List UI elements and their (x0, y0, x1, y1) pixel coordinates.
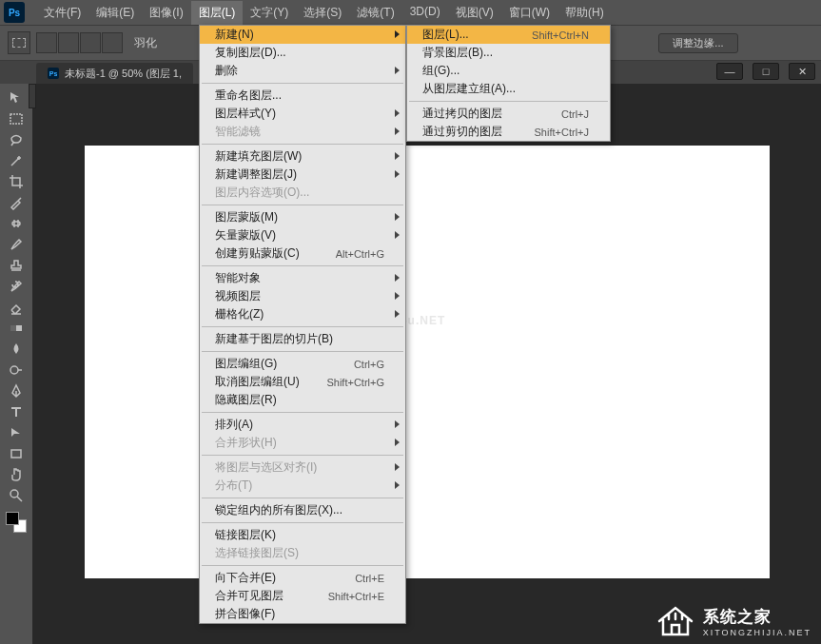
menu-separator (202, 455, 403, 456)
stamp-tool-icon[interactable] (4, 255, 29, 276)
menu-item-3[interactable]: 从图层建立组(A)... (407, 80, 610, 98)
menu-item-5[interactable]: 通过拷贝的图层Ctrl+J (407, 105, 610, 123)
brush-tool-icon[interactable] (4, 234, 29, 255)
menu-1[interactable]: 编辑(E) (88, 1, 142, 25)
menu-item-23[interactable]: 取消图层编组(U)Shift+Ctrl+G (200, 373, 405, 391)
menu-item-1[interactable]: 复制图层(D)... (200, 44, 405, 62)
move-tool-icon[interactable] (4, 88, 29, 108)
maximize-button[interactable]: □ (753, 63, 779, 80)
menu-4[interactable]: 文字(Y) (243, 1, 296, 25)
submenu-arrow-icon (395, 231, 400, 239)
menu-9[interactable]: 窗口(W) (501, 1, 557, 25)
menu-item-39[interactable]: 拼合图像(F) (200, 605, 405, 623)
menu-separator (409, 101, 608, 102)
menu-shortcut: Shift+Ctrl+N (532, 29, 589, 41)
close-button[interactable]: ✕ (789, 63, 815, 80)
submenu-arrow-icon (395, 310, 400, 318)
menu-item-34[interactable]: 链接图层(K) (200, 526, 405, 544)
menu-item-9[interactable]: 新建调整图层(J) (200, 166, 405, 184)
selection-new-icon[interactable] (36, 32, 57, 53)
color-swatch[interactable] (6, 512, 27, 533)
menu-item-label: 链接图层(K) (215, 527, 276, 543)
menu-item-37[interactable]: 向下合并(E)Ctrl+E (200, 569, 405, 587)
menu-item-2[interactable]: 组(G)... (407, 62, 610, 80)
blur-tool-icon[interactable] (4, 339, 29, 360)
menu-3[interactable]: 图层(L) (191, 1, 244, 25)
menu-item-label: 组(G)... (422, 63, 459, 79)
menu-item-22[interactable]: 图层编组(G)Ctrl+G (200, 355, 405, 373)
menu-6[interactable]: 滤镜(T) (349, 1, 401, 25)
menu-shortcut: Ctrl+E (355, 573, 384, 584)
watermark-brand: 系统之家 (703, 606, 811, 628)
menu-item-4[interactable]: 重命名图层... (200, 87, 405, 105)
menu-item-27: 合并形状(H) (200, 434, 405, 452)
menu-8[interactable]: 视图(V) (448, 1, 501, 25)
hand-tool-icon[interactable] (4, 464, 29, 485)
menu-item-14[interactable]: 创建剪贴蒙版(C)Alt+Ctrl+G (200, 244, 405, 263)
menu-item-0[interactable]: 图层(L)...Shift+Ctrl+N (407, 26, 610, 44)
lasso-tool-icon[interactable] (4, 129, 29, 150)
selection-intersect-icon[interactable] (102, 32, 123, 53)
selection-add-icon[interactable] (58, 32, 79, 53)
menu-item-label: 合并可见图层 (215, 588, 283, 604)
tool-preset-icon[interactable] (8, 31, 30, 54)
crop-tool-icon[interactable] (4, 171, 29, 192)
menu-item-24[interactable]: 隐藏图层(R) (200, 391, 405, 409)
fg-color-icon[interactable] (6, 512, 19, 525)
dodge-tool-icon[interactable] (4, 360, 29, 381)
submenu-arrow-icon (395, 109, 400, 117)
menu-item-16[interactable]: 智能对象 (200, 269, 405, 287)
toolbar-collapse-icon[interactable] (29, 84, 36, 108)
minimize-button[interactable]: — (716, 63, 743, 80)
menu-2[interactable]: 图像(I) (142, 1, 190, 25)
menu-item-label: 通过拷贝的图层 (422, 106, 502, 122)
menu-item-label: 锁定组内的所有图层(X)... (215, 502, 342, 518)
feather-label: 羽化 (134, 35, 157, 51)
pen-tool-icon[interactable] (4, 381, 29, 401)
menu-separator (202, 265, 403, 266)
menu-item-13[interactable]: 矢量蒙版(V) (200, 226, 405, 244)
eyedropper-tool-icon[interactable] (4, 192, 29, 213)
submenu-arrow-icon (395, 292, 400, 300)
menu-item-20[interactable]: 新建基于图层的切片(B) (200, 330, 405, 348)
menu-item-6[interactable]: 通过剪切的图层Shift+Ctrl+J (407, 123, 610, 141)
menu-item-6: 智能滤镜 (200, 123, 405, 141)
workspace (32, 84, 821, 644)
path-select-tool-icon[interactable] (4, 422, 29, 443)
watermark-url: XITONGZHIJIA.NET (703, 628, 811, 637)
menu-item-2[interactable]: 删除 (200, 62, 405, 80)
healing-tool-icon[interactable] (4, 213, 29, 234)
marquee-tool-icon[interactable] (4, 108, 29, 129)
canvas[interactable] (85, 146, 770, 578)
menu-10[interactable]: 帮助(H) (557, 1, 612, 25)
wand-tool-icon[interactable] (4, 150, 29, 171)
menu-item-18[interactable]: 栅格化(Z) (200, 305, 405, 323)
menu-item-8[interactable]: 新建填充图层(W) (200, 147, 405, 166)
menu-item-5[interactable]: 图层样式(Y) (200, 105, 405, 123)
refine-edge-button[interactable]: 调整边缘... (658, 33, 737, 53)
menu-item-12[interactable]: 图层蒙版(M) (200, 208, 405, 226)
layer-menu-dropdown: 新建(N)复制图层(D)...删除重命名图层...图层样式(Y)智能滤镜新建填充… (199, 25, 406, 624)
menu-item-32[interactable]: 锁定组内的所有图层(X)... (200, 501, 405, 519)
menu-item-1[interactable]: 背景图层(B)... (407, 44, 610, 62)
document-tab[interactable]: Ps 未标题-1 @ 50% (图层 1, (36, 63, 193, 84)
menu-0[interactable]: 文件(F) (36, 1, 88, 25)
shape-tool-icon[interactable] (4, 443, 29, 464)
menu-item-38[interactable]: 合并可见图层Shift+Ctrl+E (200, 587, 405, 605)
type-tool-icon[interactable] (4, 401, 29, 422)
zoom-tool-icon[interactable] (4, 485, 29, 506)
menu-shortcut: Ctrl+J (561, 108, 589, 120)
menu-item-26[interactable]: 排列(A) (200, 416, 405, 434)
menu-item-17[interactable]: 视频图层 (200, 287, 405, 305)
submenu-arrow-icon (395, 170, 400, 178)
gradient-tool-icon[interactable] (4, 318, 29, 339)
selection-subtract-icon[interactable] (80, 32, 101, 53)
menu-shortcut: Alt+Ctrl+G (336, 248, 384, 260)
menu-item-label: 智能滤镜 (215, 124, 261, 140)
history-brush-tool-icon[interactable] (4, 276, 29, 297)
menu-item-0[interactable]: 新建(N) (200, 26, 405, 44)
menu-separator (202, 205, 403, 205)
menu-5[interactable]: 选择(S) (296, 1, 349, 25)
menu-7[interactable]: 3D(D) (402, 1, 448, 25)
eraser-tool-icon[interactable] (4, 297, 29, 318)
